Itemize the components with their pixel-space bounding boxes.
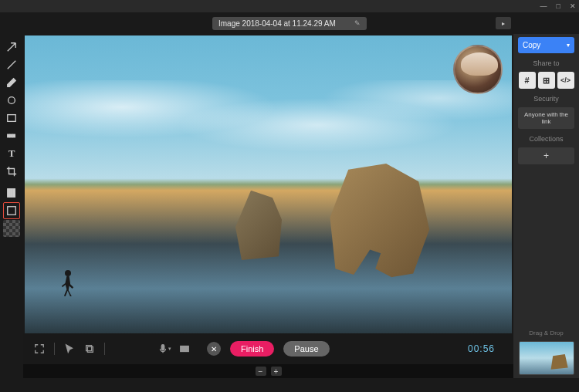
filename-pill[interactable]: Image 2018-04-04 at 11.24.29 AM ✎ <box>212 17 367 30</box>
svg-rect-8 <box>8 207 16 215</box>
minimize-button[interactable]: — <box>540 2 547 10</box>
embed-icon[interactable]: </> <box>557 72 574 89</box>
shareto-label: Share to <box>518 59 574 67</box>
resize-tool[interactable] <box>3 184 20 201</box>
thumbnail[interactable] <box>519 341 574 375</box>
add-collection-button[interactable]: + <box>518 147 574 164</box>
slack-icon[interactable]: # <box>519 72 536 89</box>
close-button[interactable]: ✕ <box>570 2 576 10</box>
camera-icon[interactable] <box>178 342 191 356</box>
svg-rect-5 <box>8 189 10 198</box>
rock-formation <box>229 191 291 264</box>
svg-rect-10 <box>87 346 93 352</box>
layers-icon[interactable] <box>83 342 96 356</box>
copy-label: Copy <box>523 41 540 49</box>
stop-button[interactable]: ✕ <box>207 342 221 356</box>
svg-rect-9 <box>86 346 92 351</box>
svg-rect-1 <box>8 115 16 122</box>
cursor-icon[interactable] <box>63 342 76 356</box>
canvas-area: ▾ ✕ Finish Pause 00:56 − + <box>23 34 513 378</box>
rock-arch <box>327 164 435 283</box>
top-bar: Image 2018-04-04 at 11.24.29 AM ✎ ▸ <box>0 12 579 34</box>
window-titlebar: — □ ✕ <box>0 0 579 12</box>
dragdrop-label: Drag & Drop <box>518 329 574 336</box>
zoom-bar: − + <box>23 364 513 378</box>
canvas[interactable] <box>25 35 512 333</box>
blur-tool[interactable] <box>3 127 20 144</box>
webcam-overlay[interactable] <box>453 45 503 94</box>
svg-rect-7 <box>13 189 15 198</box>
border-tool[interactable] <box>3 202 20 219</box>
ellipse-tool[interactable] <box>3 92 20 109</box>
transparency-tool[interactable] <box>3 220 20 237</box>
svg-rect-2 <box>8 134 10 137</box>
svg-rect-4 <box>13 134 15 137</box>
finish-button[interactable]: Finish <box>230 341 274 357</box>
share-icons: # ⊞ </> <box>518 72 574 89</box>
runner-silhouette <box>59 270 77 298</box>
copy-button[interactable]: Copy <box>518 37 574 53</box>
maximize-button[interactable]: □ <box>557 2 560 10</box>
right-sidebar: Copy Share to # ⊞ </> Security Anyone wi… <box>513 34 579 378</box>
separator <box>104 343 105 355</box>
pause-button[interactable]: Pause <box>283 341 329 357</box>
pen-tool[interactable] <box>3 74 20 91</box>
svg-rect-3 <box>10 134 12 137</box>
zoom-in-button[interactable]: + <box>271 367 282 376</box>
svg-rect-11 <box>161 345 164 350</box>
svg-rect-12 <box>181 346 189 352</box>
expand-panel-button[interactable]: ▸ <box>496 17 511 29</box>
svg-rect-6 <box>10 189 12 198</box>
security-button[interactable]: Anyone with the link <box>518 107 574 129</box>
left-toolbar: T <box>0 34 23 378</box>
separator <box>54 343 55 355</box>
fullscreen-icon[interactable] <box>32 342 46 356</box>
sky-clouds <box>25 80 512 170</box>
recording-controls: ▾ ✕ Finish Pause 00:56 <box>23 333 513 364</box>
recording-timer: 00:56 <box>468 343 495 354</box>
arrow-tool[interactable] <box>3 39 20 56</box>
pencil-icon[interactable]: ✎ <box>354 19 361 27</box>
main-area: T ▾ ✕ Finish Pause 00:56 <box>0 34 579 378</box>
collections-label: Collections <box>518 135 574 143</box>
zoom-out-button[interactable]: − <box>256 367 266 376</box>
filename-text: Image 2018-04-04 at 11.24.29 AM <box>218 19 348 28</box>
trello-icon[interactable]: ⊞ <box>538 72 555 89</box>
line-tool[interactable] <box>3 56 20 73</box>
rectangle-tool[interactable] <box>3 110 20 127</box>
svg-point-0 <box>8 97 15 104</box>
crop-tool[interactable] <box>3 163 20 180</box>
security-label: Security <box>518 95 574 103</box>
mic-icon[interactable]: ▾ <box>157 342 171 356</box>
text-tool[interactable]: T <box>3 145 20 162</box>
